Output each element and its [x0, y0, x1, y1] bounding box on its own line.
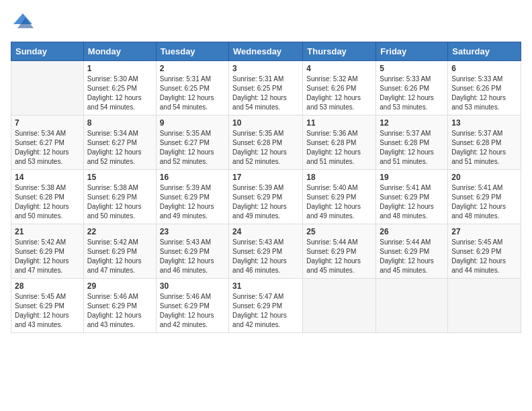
day-cell: 21Sunrise: 5:42 AMSunset: 6:29 PMDayligh… — [11, 224, 84, 279]
day-cell: 22Sunrise: 5:42 AMSunset: 6:29 PMDayligh… — [83, 224, 156, 279]
day-cell: 31Sunrise: 5:47 AMSunset: 6:29 PMDayligh… — [229, 279, 303, 333]
day-info: Sunrise: 5:41 AMSunset: 6:29 PMDaylight:… — [451, 183, 517, 221]
day-info: Sunrise: 5:36 AMSunset: 6:28 PMDaylight:… — [306, 129, 372, 167]
day-number: 19 — [380, 173, 444, 182]
day-cell: 1Sunrise: 5:30 AMSunset: 6:25 PMDaylight… — [83, 61, 156, 116]
day-number: 18 — [306, 173, 372, 182]
day-cell: 3Sunrise: 5:31 AMSunset: 6:25 PMDaylight… — [229, 61, 303, 116]
day-number: 11 — [306, 118, 372, 128]
day-number: 24 — [232, 227, 299, 236]
day-info: Sunrise: 5:39 AMSunset: 6:29 PMDaylight:… — [232, 183, 299, 221]
day-info: Sunrise: 5:40 AMSunset: 6:29 PMDaylight:… — [306, 183, 372, 221]
day-cell: 20Sunrise: 5:41 AMSunset: 6:29 PMDayligh… — [448, 170, 521, 224]
day-number: 15 — [87, 173, 152, 182]
day-number: 22 — [87, 227, 152, 236]
day-number: 9 — [160, 118, 225, 128]
day-info: Sunrise: 5:43 AMSunset: 6:29 PMDaylight:… — [232, 238, 299, 275]
day-number: 3 — [232, 64, 299, 73]
day-cell: 13Sunrise: 5:37 AMSunset: 6:28 PMDayligh… — [448, 116, 521, 170]
day-number: 27 — [451, 227, 517, 236]
day-number: 10 — [232, 118, 299, 128]
day-info: Sunrise: 5:33 AMSunset: 6:26 PMDaylight:… — [380, 75, 444, 112]
day-info: Sunrise: 5:44 AMSunset: 6:29 PMDaylight:… — [380, 238, 444, 275]
day-info: Sunrise: 5:47 AMSunset: 6:29 PMDaylight:… — [232, 292, 299, 330]
day-cell: 26Sunrise: 5:44 AMSunset: 6:29 PMDayligh… — [376, 224, 448, 279]
day-cell: 12Sunrise: 5:37 AMSunset: 6:28 PMDayligh… — [376, 116, 448, 170]
day-number: 23 — [160, 227, 225, 236]
day-cell — [11, 61, 84, 116]
day-info: Sunrise: 5:38 AMSunset: 6:28 PMDaylight:… — [15, 183, 80, 221]
day-cell: 23Sunrise: 5:43 AMSunset: 6:29 PMDayligh… — [156, 224, 228, 279]
header-cell-friday: Friday — [376, 42, 448, 61]
day-info: Sunrise: 5:46 AMSunset: 6:29 PMDaylight:… — [87, 292, 152, 330]
calendar-table: SundayMondayTuesdayWednesdayThursdayFrid… — [11, 42, 521, 333]
day-info: Sunrise: 5:42 AMSunset: 6:29 PMDaylight:… — [15, 238, 80, 275]
day-info: Sunrise: 5:32 AMSunset: 6:26 PMDaylight:… — [306, 75, 372, 112]
day-info: Sunrise: 5:34 AMSunset: 6:27 PMDaylight:… — [15, 129, 80, 167]
day-number: 4 — [306, 64, 372, 73]
page-header — [11, 11, 521, 35]
day-number: 20 — [451, 173, 517, 182]
day-cell: 18Sunrise: 5:40 AMSunset: 6:29 PMDayligh… — [303, 170, 376, 224]
week-row-3: 14Sunrise: 5:38 AMSunset: 6:28 PMDayligh… — [11, 170, 521, 224]
day-number: 6 — [451, 64, 517, 73]
day-number: 13 — [451, 118, 517, 128]
day-cell — [376, 279, 448, 333]
day-cell: 4Sunrise: 5:32 AMSunset: 6:26 PMDaylight… — [303, 61, 376, 116]
day-cell: 24Sunrise: 5:43 AMSunset: 6:29 PMDayligh… — [229, 224, 303, 279]
day-number: 16 — [160, 173, 225, 182]
day-cell — [303, 279, 376, 333]
day-info: Sunrise: 5:38 AMSunset: 6:29 PMDaylight:… — [87, 183, 152, 221]
week-row-5: 28Sunrise: 5:45 AMSunset: 6:29 PMDayligh… — [11, 279, 521, 333]
day-number: 31 — [232, 281, 299, 291]
day-info: Sunrise: 5:35 AMSunset: 6:27 PMDaylight:… — [160, 129, 225, 167]
day-info: Sunrise: 5:37 AMSunset: 6:28 PMDaylight:… — [451, 129, 517, 167]
day-info: Sunrise: 5:33 AMSunset: 6:26 PMDaylight:… — [451, 75, 517, 112]
header-cell-monday: Monday — [83, 42, 156, 61]
day-cell: 7Sunrise: 5:34 AMSunset: 6:27 PMDaylight… — [11, 116, 84, 170]
header-cell-saturday: Saturday — [448, 42, 521, 61]
day-number: 26 — [380, 227, 444, 236]
day-cell: 17Sunrise: 5:39 AMSunset: 6:29 PMDayligh… — [229, 170, 303, 224]
day-number: 28 — [15, 281, 80, 291]
day-number: 12 — [380, 118, 444, 128]
day-cell: 2Sunrise: 5:31 AMSunset: 6:25 PMDaylight… — [156, 61, 228, 116]
day-cell: 16Sunrise: 5:39 AMSunset: 6:29 PMDayligh… — [156, 170, 228, 224]
day-cell: 9Sunrise: 5:35 AMSunset: 6:27 PMDaylight… — [156, 116, 228, 170]
week-row-2: 7Sunrise: 5:34 AMSunset: 6:27 PMDaylight… — [11, 116, 521, 170]
day-cell: 25Sunrise: 5:44 AMSunset: 6:29 PMDayligh… — [303, 224, 376, 279]
header-cell-tuesday: Tuesday — [156, 42, 228, 61]
day-cell: 15Sunrise: 5:38 AMSunset: 6:29 PMDayligh… — [83, 170, 156, 224]
day-cell: 14Sunrise: 5:38 AMSunset: 6:28 PMDayligh… — [11, 170, 84, 224]
header-cell-wednesday: Wednesday — [229, 42, 303, 61]
day-number: 7 — [15, 118, 80, 128]
day-info: Sunrise: 5:39 AMSunset: 6:29 PMDaylight:… — [160, 183, 225, 221]
day-number: 30 — [160, 281, 225, 291]
day-number: 2 — [160, 64, 225, 73]
day-info: Sunrise: 5:43 AMSunset: 6:29 PMDaylight:… — [160, 238, 225, 275]
day-cell: 19Sunrise: 5:41 AMSunset: 6:29 PMDayligh… — [376, 170, 448, 224]
week-row-4: 21Sunrise: 5:42 AMSunset: 6:29 PMDayligh… — [11, 224, 521, 279]
day-number: 17 — [232, 173, 299, 182]
day-info: Sunrise: 5:35 AMSunset: 6:28 PMDaylight:… — [232, 129, 299, 167]
header-cell-thursday: Thursday — [303, 42, 376, 61]
day-cell: 5Sunrise: 5:33 AMSunset: 6:26 PMDaylight… — [376, 61, 448, 116]
calendar-header: SundayMondayTuesdayWednesdayThursdayFrid… — [11, 42, 521, 61]
day-cell: 6Sunrise: 5:33 AMSunset: 6:26 PMDaylight… — [448, 61, 521, 116]
day-info: Sunrise: 5:34 AMSunset: 6:27 PMDaylight:… — [87, 129, 152, 167]
day-number: 14 — [15, 173, 80, 182]
day-cell: 11Sunrise: 5:36 AMSunset: 6:28 PMDayligh… — [303, 116, 376, 170]
day-cell: 27Sunrise: 5:45 AMSunset: 6:29 PMDayligh… — [448, 224, 521, 279]
day-info: Sunrise: 5:31 AMSunset: 6:25 PMDaylight:… — [232, 75, 299, 112]
day-info: Sunrise: 5:30 AMSunset: 6:25 PMDaylight:… — [87, 75, 152, 112]
day-info: Sunrise: 5:37 AMSunset: 6:28 PMDaylight:… — [380, 129, 444, 167]
day-info: Sunrise: 5:45 AMSunset: 6:29 PMDaylight:… — [451, 238, 517, 275]
day-info: Sunrise: 5:46 AMSunset: 6:29 PMDaylight:… — [160, 292, 225, 330]
day-number: 8 — [87, 118, 152, 128]
day-cell: 28Sunrise: 5:45 AMSunset: 6:29 PMDayligh… — [11, 279, 84, 333]
week-row-1: 1Sunrise: 5:30 AMSunset: 6:25 PMDaylight… — [11, 61, 521, 116]
calendar-body: 1Sunrise: 5:30 AMSunset: 6:25 PMDaylight… — [11, 61, 521, 333]
day-cell: 29Sunrise: 5:46 AMSunset: 6:29 PMDayligh… — [83, 279, 156, 333]
day-info: Sunrise: 5:44 AMSunset: 6:29 PMDaylight:… — [306, 238, 372, 275]
day-number: 21 — [15, 227, 80, 236]
